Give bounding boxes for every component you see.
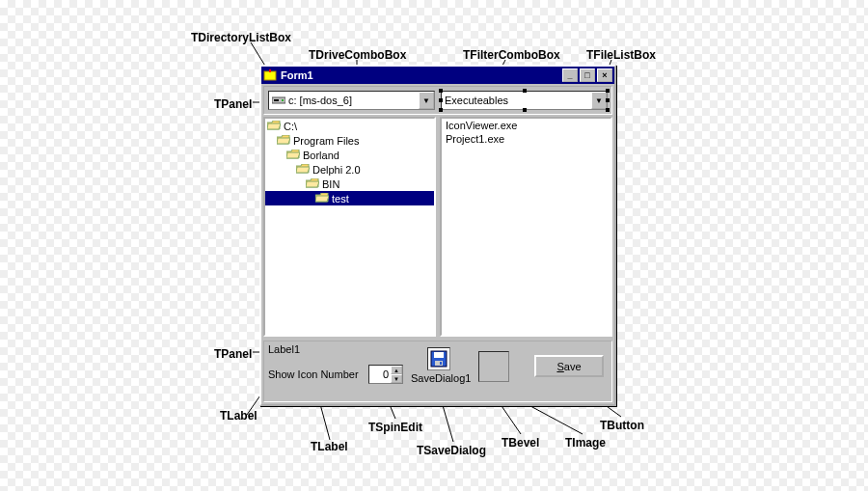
spin-up-button[interactable]: ▲ bbox=[391, 366, 402, 374]
callout-tfiltercombobox: TFilterComboBox bbox=[463, 48, 560, 62]
savedialog-component-icon[interactable] bbox=[427, 347, 450, 370]
svg-rect-8 bbox=[440, 362, 442, 365]
directory-item[interactable]: Borland bbox=[265, 148, 434, 162]
drive-icon bbox=[272, 95, 285, 105]
directory-item[interactable]: Delphi 2.0 bbox=[265, 162, 434, 177]
svg-rect-0 bbox=[264, 71, 276, 80]
drive-combobox[interactable]: c: [ms-dos_6] ▼ bbox=[268, 91, 435, 110]
filter-combo-text: Executeables bbox=[445, 95, 508, 106]
form-window: Form1 _ □ × c: [ms-dos_6] ▼ Executeables bbox=[259, 65, 616, 406]
directory-item[interactable]: test bbox=[265, 191, 434, 205]
svg-point-4 bbox=[282, 99, 284, 101]
drive-dropdown-button[interactable]: ▼ bbox=[419, 92, 434, 109]
svg-rect-1 bbox=[269, 69, 271, 72]
callout-tspinedit: TSpinEdit bbox=[368, 421, 422, 434]
filter-combobox[interactable]: Executeables ▼ bbox=[441, 91, 608, 110]
spin-input[interactable] bbox=[369, 366, 391, 383]
directory-item[interactable]: BIN bbox=[265, 177, 434, 191]
show-icon-number-label: Show Icon Number bbox=[268, 368, 359, 380]
window-title: Form1 bbox=[281, 69, 560, 81]
svg-rect-3 bbox=[274, 99, 279, 101]
file-listbox[interactable]: IconViewer.exeProject1.exe bbox=[440, 117, 612, 337]
callout-tdrivecombobox: TDriveComboBox bbox=[309, 48, 406, 62]
callout-timage: TImage bbox=[565, 436, 606, 450]
directory-listbox[interactable]: C:\ Program Files Borland Delphi 2.0 BIN… bbox=[263, 117, 436, 337]
spin-down-button[interactable]: ▼ bbox=[391, 374, 402, 383]
callout-tpanel-top: TPanel bbox=[214, 97, 252, 111]
callout-tsavedialog: TSaveDialog bbox=[417, 444, 486, 457]
callout-tbevel: TBevel bbox=[502, 436, 539, 450]
drive-combo-text: c: [ms-dos_6] bbox=[288, 95, 352, 106]
maximize-button[interactable]: □ bbox=[580, 68, 595, 82]
file-item[interactable]: Project1.exe bbox=[442, 132, 610, 146]
floppy-icon bbox=[430, 350, 448, 368]
close-button[interactable]: × bbox=[597, 68, 612, 82]
app-icon bbox=[263, 68, 277, 82]
titlebar[interactable]: Form1 _ □ × bbox=[261, 67, 614, 84]
callout-tdirectorylistbox: TDirectoryListBox bbox=[191, 31, 291, 44]
save-button[interactable]: Save bbox=[534, 355, 604, 377]
callout-tlabel-1: TLabel bbox=[220, 409, 258, 423]
save-button-underline-char: S bbox=[556, 361, 563, 372]
icon-number-spinedit[interactable]: ▲ ▼ bbox=[368, 365, 403, 384]
callout-tlabel-2: TLabel bbox=[311, 440, 348, 453]
callout-tbutton: TButton bbox=[600, 419, 644, 432]
svg-rect-6 bbox=[434, 352, 444, 358]
label1: Label1 bbox=[268, 343, 300, 355]
callout-tpanel-bottom: TPanel bbox=[214, 347, 252, 361]
top-panel: c: [ms-dos_6] ▼ Executeables ▼ bbox=[263, 86, 612, 115]
bevel-frame bbox=[478, 351, 509, 382]
filter-dropdown-button[interactable]: ▼ bbox=[591, 92, 607, 109]
file-item[interactable]: IconViewer.exe bbox=[442, 119, 610, 132]
savedialog-label: SaveDialog1 bbox=[411, 372, 471, 384]
bottom-panel: Label1 Show Icon Number ▲ ▼ SaveDialog1 … bbox=[263, 341, 612, 402]
minimize-button[interactable]: _ bbox=[562, 68, 578, 82]
directory-item[interactable]: C:\ bbox=[265, 119, 434, 133]
callout-tfilelistbox: TFileListBox bbox=[586, 48, 656, 62]
save-button-rest: ave bbox=[564, 361, 582, 372]
directory-item[interactable]: Program Files bbox=[265, 133, 434, 148]
